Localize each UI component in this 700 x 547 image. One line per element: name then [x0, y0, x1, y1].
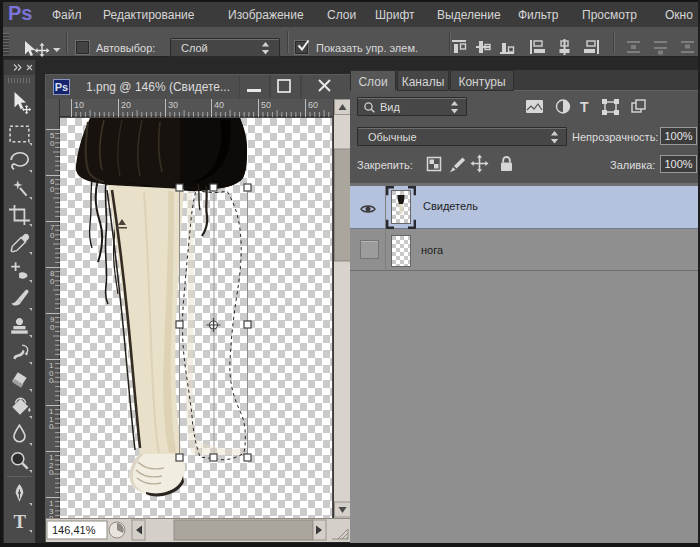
svg-text:0: 0 [50, 139, 55, 148]
svg-text:0: 0 [50, 231, 55, 240]
svg-text:0: 0 [49, 468, 54, 477]
svg-text:50: 50 [261, 100, 271, 110]
svg-text:146,41%: 146,41% [52, 524, 96, 536]
svg-text:10: 10 [74, 100, 84, 110]
svg-text:0: 0 [49, 376, 54, 385]
svg-text:30: 30 [168, 100, 178, 110]
svg-text:20: 20 [121, 100, 131, 110]
svg-text:0: 0 [50, 277, 55, 286]
svg-text:0: 0 [50, 185, 55, 194]
svg-text:0: 0 [49, 422, 54, 431]
svg-text:60: 60 [308, 100, 318, 110]
svg-text:T: T [580, 99, 589, 115]
svg-text:0: 0 [50, 323, 55, 332]
svg-text:T: T [13, 511, 26, 532]
svg-text:40: 40 [214, 100, 224, 110]
